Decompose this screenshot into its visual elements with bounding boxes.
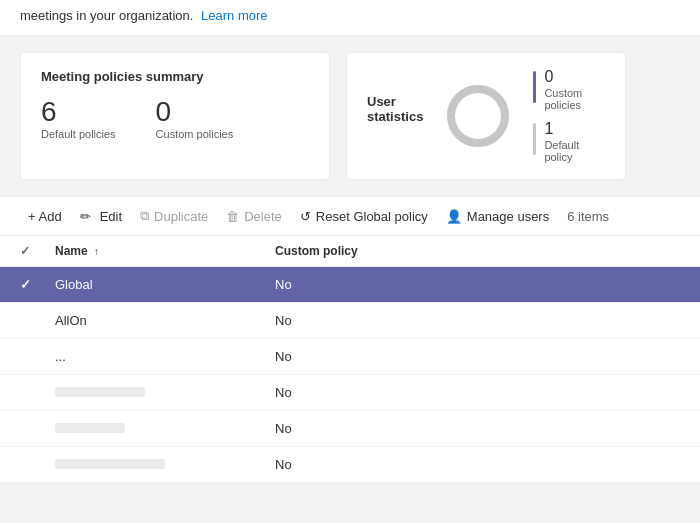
items-count: 6 items [567,209,609,224]
default-stat-info: 1 Default policy [544,121,605,163]
custom-policies-label: Custom policies [156,128,234,140]
row-check-cell [0,303,43,339]
col-custom-header[interactable]: Custom policy [263,236,700,267]
table-row[interactable]: No [0,447,700,483]
row-check-cell [0,411,43,447]
custom-stat-bar [533,71,536,103]
default-stat-count: 1 [544,121,605,137]
table-section: + Add ✏Edit ⧉ Duplicate 🗑 Delete ↺ Reset… [0,196,700,483]
name-placeholder [55,459,165,469]
name-placeholder [55,387,145,397]
row-name-cell: ... [43,339,263,375]
row-check-cell: ✓ [0,267,43,303]
custom-policies-count: 0 [156,98,234,126]
default-stat-item: 1 Default policy [533,121,605,163]
edit-button[interactable]: ✏Edit [72,204,130,229]
row-custom-cell: No [263,339,700,375]
table-row[interactable]: AllOnNo [0,303,700,339]
table-row[interactable]: ✓GlobalNo [0,267,700,303]
toolbar: + Add ✏Edit ⧉ Duplicate 🗑 Delete ↺ Reset… [0,196,700,236]
default-policies-label: Default policies [41,128,116,140]
default-stat-label: Default policy [544,139,605,163]
reset-label: Reset Global policy [316,209,428,224]
default-stat-bar [533,123,536,155]
row-custom-cell: No [263,411,700,447]
row-custom-cell: No [263,375,700,411]
learn-more-link[interactable]: Learn more [201,8,267,23]
duplicate-icon: ⧉ [140,208,149,224]
custom-stat-label: Custom policies [544,87,605,111]
table-row[interactable]: ...No [0,339,700,375]
name-placeholder [55,423,125,433]
row-custom-cell: No [263,267,700,303]
summary-numbers: 6 Default policies 0 Custom policies [41,98,309,140]
col-check: ✓ [0,236,43,267]
custom-col-label: Custom policy [275,244,358,258]
col-name-header[interactable]: Name ↑ [43,236,263,267]
svg-point-1 [451,89,505,143]
stats-card-title: User statistics [367,94,423,124]
manage-users-button[interactable]: 👤 Manage users [438,204,557,229]
manage-users-label: Manage users [467,209,549,224]
reset-global-button[interactable]: ↺ Reset Global policy [292,204,436,229]
top-text: meetings in your organization. [20,8,193,23]
row-custom-cell: No [263,447,700,483]
row-name-cell [43,375,263,411]
row-name-cell [43,447,263,483]
row-check-cell [0,339,43,375]
custom-stat-info: 0 Custom policies [544,69,605,111]
add-button[interactable]: + Add [20,204,70,229]
reset-icon: ↺ [300,209,311,224]
row-check-cell [0,375,43,411]
sort-icon: ↑ [94,246,99,257]
table-header-row: ✓ Name ↑ Custom policy [0,236,700,267]
duplicate-button[interactable]: ⧉ Duplicate [132,203,216,229]
table-row[interactable]: No [0,375,700,411]
summary-card: Meeting policies summary 6 Default polic… [20,52,330,180]
top-bar: meetings in your organization. Learn mor… [0,0,700,36]
cards-row: Meeting policies summary 6 Default polic… [0,36,700,196]
donut-chart [443,81,513,151]
row-check-cell [0,447,43,483]
name-col-label: Name [55,244,88,258]
row-name-cell: Global [43,267,263,303]
duplicate-label: Duplicate [154,209,208,224]
edit-label: Edit [100,209,122,224]
delete-button[interactable]: 🗑 Delete [218,204,290,229]
table-body: ✓GlobalNoAllOnNo...NoNoNoNo [0,267,700,483]
summary-card-title: Meeting policies summary [41,69,309,84]
manage-users-icon: 👤 [446,209,462,224]
default-policies-count: 6 [41,98,116,126]
stats-legend: 0 Custom policies 1 Default policy [533,69,605,163]
policies-table: ✓ Name ↑ Custom policy ✓GlobalNoAllOnNo.… [0,236,700,483]
edit-icon: ✏ [80,209,91,224]
row-name-cell [43,411,263,447]
header-checkmark: ✓ [20,244,30,258]
checkmark-icon: ✓ [20,277,31,292]
custom-policies-item: 0 Custom policies [156,98,234,140]
custom-stat-count: 0 [544,69,605,85]
donut-svg [443,81,513,151]
delete-label: Delete [244,209,282,224]
delete-icon: 🗑 [226,209,239,224]
custom-stat-item: 0 Custom policies [533,69,605,111]
stats-card: User statistics 0 Custom policies 1 Defa… [346,52,626,180]
row-name-cell: AllOn [43,303,263,339]
table-row[interactable]: No [0,411,700,447]
default-policies-item: 6 Default policies [41,98,116,140]
row-custom-cell: No [263,303,700,339]
